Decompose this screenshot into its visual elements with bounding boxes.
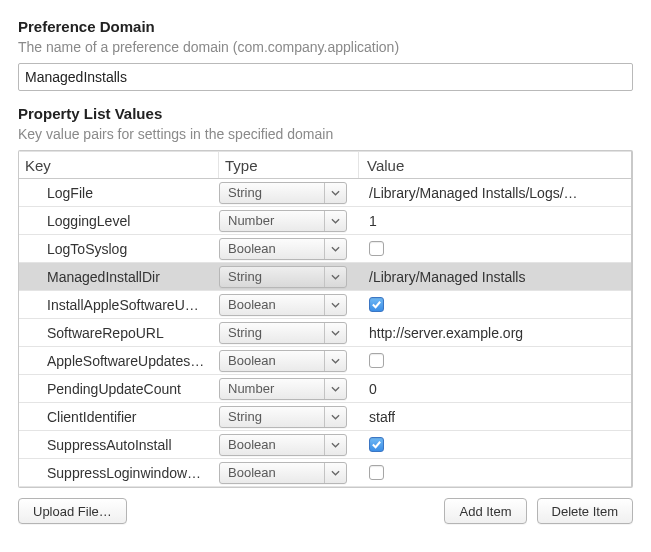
plist-value-cell[interactable] bbox=[359, 347, 631, 374]
plist-value-cell[interactable]: /Library/Managed Installs bbox=[359, 263, 631, 290]
type-dropdown-label: String bbox=[228, 269, 262, 284]
plist-key-cell[interactable]: LogToSyslog bbox=[19, 235, 219, 262]
plist-key-cell[interactable]: SuppressLoginwindow… bbox=[19, 459, 219, 486]
plist-key-cell[interactable]: LoggingLevel bbox=[19, 207, 219, 234]
type-dropdown-label: String bbox=[228, 185, 262, 200]
plist-type-cell: String bbox=[219, 403, 359, 430]
pref-domain-title: Preference Domain bbox=[18, 18, 633, 35]
table-row[interactable]: LogToSyslogBoolean bbox=[19, 235, 631, 263]
table-row[interactable]: SuppressLoginwindow…Boolean bbox=[19, 459, 631, 487]
delete-item-button[interactable]: Delete Item bbox=[537, 498, 633, 524]
value-text: 1 bbox=[369, 213, 377, 229]
value-text: 0 bbox=[369, 381, 377, 397]
plist-type-cell: Boolean bbox=[219, 431, 359, 458]
type-dropdown[interactable]: Boolean bbox=[219, 294, 347, 316]
type-dropdown-label: Number bbox=[228, 381, 274, 396]
chevron-down-icon bbox=[324, 351, 346, 371]
plist-key-cell[interactable]: SoftwareRepoURL bbox=[19, 319, 219, 346]
pref-domain-input[interactable] bbox=[18, 63, 633, 91]
upload-file-button[interactable]: Upload File… bbox=[18, 498, 127, 524]
column-header-key[interactable]: Key bbox=[19, 152, 219, 178]
value-text: /Library/Managed Installs bbox=[369, 269, 525, 285]
plist-value-cell[interactable] bbox=[359, 431, 631, 458]
value-checkbox[interactable] bbox=[369, 353, 384, 368]
chevron-down-icon bbox=[324, 183, 346, 203]
chevron-down-icon bbox=[324, 295, 346, 315]
plist-value-cell[interactable]: 1 bbox=[359, 207, 631, 234]
plist-value-cell[interactable]: 0 bbox=[359, 375, 631, 402]
type-dropdown[interactable]: String bbox=[219, 322, 347, 344]
chevron-down-icon bbox=[324, 239, 346, 259]
table-row[interactable]: SoftwareRepoURLStringhttp://server.examp… bbox=[19, 319, 631, 347]
plist-subtitle: Key value pairs for settings in the spec… bbox=[18, 126, 633, 142]
table-row[interactable]: InstallAppleSoftwareU…Boolean bbox=[19, 291, 631, 319]
chevron-down-icon bbox=[324, 379, 346, 399]
type-dropdown-label: Boolean bbox=[228, 297, 276, 312]
plist-type-cell: String bbox=[219, 179, 359, 206]
plist-type-cell: Boolean bbox=[219, 291, 359, 318]
plist-key-cell[interactable]: ClientIdentifier bbox=[19, 403, 219, 430]
type-dropdown-label: String bbox=[228, 409, 262, 424]
plist-value-cell[interactable] bbox=[359, 459, 631, 486]
pref-domain-subtitle: The name of a preference domain (com.com… bbox=[18, 39, 633, 55]
plist-key-cell[interactable]: ManagedInstallDir bbox=[19, 263, 219, 290]
type-dropdown[interactable]: String bbox=[219, 182, 347, 204]
chevron-down-icon bbox=[324, 407, 346, 427]
chevron-down-icon bbox=[324, 323, 346, 343]
plist-type-cell: String bbox=[219, 263, 359, 290]
type-dropdown[interactable]: Boolean bbox=[219, 434, 347, 456]
value-checkbox[interactable] bbox=[369, 437, 384, 452]
plist-table: Key Type Value LogFileString/Library/Man… bbox=[18, 150, 633, 488]
table-row[interactable]: LoggingLevelNumber1 bbox=[19, 207, 631, 235]
type-dropdown[interactable]: String bbox=[219, 266, 347, 288]
value-checkbox[interactable] bbox=[369, 465, 384, 480]
value-checkbox[interactable] bbox=[369, 241, 384, 256]
type-dropdown[interactable]: Boolean bbox=[219, 350, 347, 372]
footer-buttons: Upload File… Add Item Delete Item bbox=[18, 498, 633, 524]
plist-title: Property List Values bbox=[18, 105, 633, 122]
type-dropdown-label: Boolean bbox=[228, 353, 276, 368]
plist-value-cell[interactable]: http://server.example.org bbox=[359, 319, 631, 346]
plist-type-cell: Number bbox=[219, 207, 359, 234]
plist-type-cell: Number bbox=[219, 375, 359, 402]
value-text: /Library/Managed Installs/Logs/… bbox=[369, 185, 578, 201]
column-header-value[interactable]: Value bbox=[359, 152, 631, 178]
plist-value-cell[interactable] bbox=[359, 291, 631, 318]
plist-header-row: Key Type Value bbox=[19, 151, 631, 179]
plist-key-cell[interactable]: InstallAppleSoftwareU… bbox=[19, 291, 219, 318]
plist-key-cell[interactable]: LogFile bbox=[19, 179, 219, 206]
column-header-type[interactable]: Type bbox=[219, 152, 359, 178]
plist-type-cell: Boolean bbox=[219, 235, 359, 262]
add-item-button[interactable]: Add Item bbox=[444, 498, 526, 524]
plist-value-cell[interactable] bbox=[359, 235, 631, 262]
table-row[interactable]: ManagedInstallDirString/Library/Managed … bbox=[19, 263, 631, 291]
plist-key-cell[interactable]: PendingUpdateCount bbox=[19, 375, 219, 402]
type-dropdown[interactable]: Boolean bbox=[219, 238, 347, 260]
chevron-down-icon bbox=[324, 267, 346, 287]
type-dropdown[interactable]: Boolean bbox=[219, 462, 347, 484]
type-dropdown[interactable]: Number bbox=[219, 378, 347, 400]
value-checkbox[interactable] bbox=[369, 297, 384, 312]
value-text: staff bbox=[369, 409, 395, 425]
type-dropdown[interactable]: String bbox=[219, 406, 347, 428]
plist-type-cell: Boolean bbox=[219, 459, 359, 486]
plist-key-cell[interactable]: AppleSoftwareUpdates… bbox=[19, 347, 219, 374]
type-dropdown-label: Boolean bbox=[228, 241, 276, 256]
table-row[interactable]: SuppressAutoInstallBoolean bbox=[19, 431, 631, 459]
type-dropdown[interactable]: Number bbox=[219, 210, 347, 232]
plist-value-cell[interactable]: staff bbox=[359, 403, 631, 430]
table-row[interactable]: LogFileString/Library/Managed Installs/L… bbox=[19, 179, 631, 207]
plist-value-cell[interactable]: /Library/Managed Installs/Logs/… bbox=[359, 179, 631, 206]
plist-key-cell[interactable]: SuppressAutoInstall bbox=[19, 431, 219, 458]
table-row[interactable]: PendingUpdateCountNumber0 bbox=[19, 375, 631, 403]
type-dropdown-label: String bbox=[228, 325, 262, 340]
value-text: http://server.example.org bbox=[369, 325, 523, 341]
table-row[interactable]: AppleSoftwareUpdates…Boolean bbox=[19, 347, 631, 375]
type-dropdown-label: Boolean bbox=[228, 437, 276, 452]
plist-type-cell: String bbox=[219, 319, 359, 346]
plist-type-cell: Boolean bbox=[219, 347, 359, 374]
chevron-down-icon bbox=[324, 435, 346, 455]
table-row[interactable]: ClientIdentifierStringstaff bbox=[19, 403, 631, 431]
chevron-down-icon bbox=[324, 211, 346, 231]
type-dropdown-label: Boolean bbox=[228, 465, 276, 480]
